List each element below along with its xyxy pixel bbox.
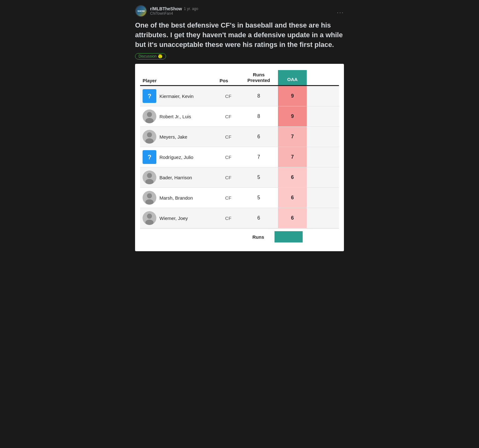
player-cell-0: ? Kiermaier, Kevin — [140, 86, 217, 106]
more-options-button[interactable]: ... — [337, 8, 344, 15]
pos-cell-6: CF — [217, 208, 239, 228]
runs-cell-4: 5 — [239, 167, 278, 188]
subreddit-name[interactable]: r/MLBTheShow — [150, 6, 182, 11]
extra-cell-0 — [307, 86, 339, 106]
flair-container: Discussion 🥎 — [135, 53, 344, 59]
player-name: Wiemer, Joey — [159, 216, 188, 221]
player-info: ? Kiermaier, Kevin — [143, 89, 214, 103]
runs-cell-6: 6 — [239, 208, 278, 228]
pos-cell-4: CF — [217, 167, 239, 188]
pos-cell-1: CF — [217, 106, 239, 127]
avatar-circle — [143, 211, 156, 225]
player-info: Meyers, Jake — [143, 130, 214, 144]
runs-prevented-line2: Prevented — [247, 78, 270, 83]
post-meta: r/MLBTheShow 1 yr. ago ChiTownFan4 — [150, 6, 198, 16]
stats-table: Player Pos Runs Prevented OAA ? Kiermaie… — [140, 70, 339, 228]
post-header-left: SHOW r/MLBTheShow 1 yr. ago ChiTownFan4 — [135, 5, 198, 17]
svg-point-7 — [147, 173, 152, 178]
player-cell-1: Robert Jr., Luis — [140, 106, 217, 127]
extra-cell-3 — [307, 147, 339, 167]
player-cell-5: Marsh, Brandon — [140, 188, 217, 208]
post-title: One of the best defensive CF's in baseba… — [135, 21, 344, 49]
player-info: Marsh, Brandon — [143, 191, 214, 205]
header-oaa: OAA — [278, 70, 307, 86]
player-name: Marsh, Brandon — [159, 195, 193, 201]
post-flair[interactable]: Discussion 🥎 — [135, 53, 166, 59]
svg-point-4 — [147, 132, 152, 137]
oaa-cell-6: 6 — [278, 208, 307, 228]
player-info: Bader, Harrison — [143, 171, 214, 184]
runs-cell-0: 8 — [239, 86, 278, 106]
table-footer: Runs — [140, 228, 339, 245]
subreddit-icon-inner: SHOW — [136, 6, 146, 16]
player-name: Meyers, Jake — [159, 134, 187, 140]
runs-cell-2: 6 — [239, 127, 278, 147]
extra-cell-6 — [307, 208, 339, 228]
player-cell-6: Wiemer, Joey — [140, 208, 217, 228]
post-time: 1 yr. ago — [184, 7, 198, 11]
avatar-circle — [143, 191, 156, 205]
player-name: Robert Jr., Luis — [159, 114, 191, 119]
avatar-circle — [143, 171, 156, 184]
header-runs-prevented: Runs Prevented — [239, 70, 278, 86]
svg-point-10 — [147, 193, 152, 198]
player-name: Bader, Harrison — [159, 175, 192, 180]
avatar-placeholder: ? — [143, 150, 156, 164]
extra-cell-1 — [307, 106, 339, 127]
runs-cell-3: 7 — [239, 147, 278, 167]
oaa-cell-5: 6 — [278, 188, 307, 208]
player-cell-3: ? Rodríguez, Julio — [140, 147, 217, 167]
pos-cell-5: CF — [217, 188, 239, 208]
oaa-cell-3: 7 — [278, 147, 307, 167]
post-header: SHOW r/MLBTheShow 1 yr. ago ChiTownFan4 … — [135, 5, 344, 17]
oaa-cell-2: 7 — [278, 127, 307, 147]
flair-label: Discussion — [139, 54, 157, 59]
username[interactable]: ChiTownFan4 — [150, 11, 198, 16]
oaa-cell-0: 9 — [278, 86, 307, 106]
extra-cell-2 — [307, 127, 339, 147]
stats-image-container: Player Pos Runs Prevented OAA ? Kiermaie… — [135, 64, 344, 251]
oaa-cell-1: 9 — [278, 106, 307, 127]
svg-point-1 — [147, 112, 152, 117]
player-cell-2: Meyers, Jake — [140, 127, 217, 147]
oaa-cell-4: 6 — [278, 167, 307, 188]
pos-cell-2: CF — [217, 127, 239, 147]
extra-cell-4 — [307, 167, 339, 188]
footer-runs-label: Runs — [242, 234, 275, 240]
pos-cell-3: CF — [217, 147, 239, 167]
avatar-placeholder: ? — [143, 89, 156, 103]
flair-emoji: 🥎 — [158, 54, 163, 59]
header-pos: Pos — [217, 70, 239, 86]
footer-oaa-box — [275, 231, 303, 242]
player-info: Wiemer, Joey — [143, 211, 214, 225]
runs-cell-1: 8 — [239, 106, 278, 127]
extra-cell-5 — [307, 188, 339, 208]
avatar-circle — [143, 130, 156, 144]
player-name: Rodríguez, Julio — [159, 155, 193, 160]
player-name: Kiermaier, Kevin — [159, 94, 194, 99]
pos-cell-0: CF — [217, 86, 239, 106]
post-container: SHOW r/MLBTheShow 1 yr. ago ChiTownFan4 … — [130, 0, 349, 256]
runs-cell-5: 5 — [239, 188, 278, 208]
stats-table-wrapper: Player Pos Runs Prevented OAA ? Kiermaie… — [135, 64, 344, 251]
player-info: ? Rodríguez, Julio — [143, 150, 214, 164]
header-extra — [307, 70, 339, 86]
svg-point-13 — [147, 214, 152, 219]
player-cell-4: Bader, Harrison — [140, 167, 217, 188]
subreddit-icon[interactable]: SHOW — [135, 5, 147, 17]
header-player: Player — [140, 70, 217, 86]
avatar-circle — [143, 109, 156, 123]
player-info: Robert Jr., Luis — [143, 109, 214, 123]
runs-prevented-line1: Runs — [253, 72, 265, 77]
